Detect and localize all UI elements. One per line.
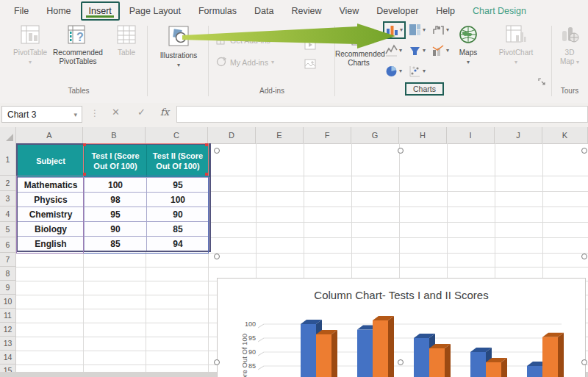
pivotchart-button[interactable]: PivotChart ▾ [485, 25, 547, 67]
row-header-2[interactable]: 2 [0, 176, 16, 191]
table-cell[interactable]: 95 [85, 207, 147, 221]
column-header-J[interactable]: J [495, 127, 542, 143]
insert-column-chart-caret-icon[interactable]: ▾ [400, 27, 403, 33]
insert-hierarchy-chart-caret-icon[interactable]: ▾ [423, 27, 426, 33]
table-cell[interactable]: 94 [147, 236, 209, 251]
get-addins-button[interactable]: Get Add-ins [216, 34, 270, 46]
worksheet[interactable]: ABCDEFGHIJK 123456789101112131415 Subjec… [0, 127, 588, 377]
table-cell[interactable]: Biology [18, 221, 85, 236]
column-header-C[interactable]: C [146, 127, 208, 143]
row-header-8[interactable]: 8 [0, 267, 16, 281]
row-header-9[interactable]: 9 [0, 281, 16, 295]
column-header-G[interactable]: G [351, 127, 399, 143]
table-cell[interactable]: Physics [18, 192, 85, 207]
tab-page-layout[interactable]: Page Layout [121, 1, 189, 21]
insert-line-chart-caret-icon[interactable]: ▾ [399, 48, 402, 54]
table-header-cell[interactable]: Test II (Score Out Of 100) [147, 145, 209, 177]
tab-formulas[interactable]: Formulas [190, 1, 245, 21]
tab-insert[interactable]: Insert [81, 1, 120, 21]
table-cell[interactable]: 100 [147, 192, 209, 207]
tab-review[interactable]: Review [283, 1, 329, 21]
table-cell[interactable]: 95 [147, 177, 209, 192]
row-header-11[interactable]: 11 [0, 309, 16, 323]
table-cell[interactable]: 85 [85, 236, 147, 251]
cancel-icon[interactable]: ✕ [112, 107, 120, 118]
insert-hierarchy-chart-button[interactable]: ▾ [409, 24, 426, 37]
chart-resize-handle[interactable] [398, 359, 404, 365]
maps-button[interactable]: Maps ▾ [453, 25, 484, 67]
table-cell[interactable]: Chemistry [18, 207, 85, 221]
row-header-3[interactable]: 3 [0, 191, 16, 207]
insert-line-chart-button[interactable]: ▾ [385, 44, 402, 57]
tab-data[interactable]: Data [246, 1, 282, 21]
row-header-4[interactable]: 4 [0, 207, 16, 222]
table-cell[interactable]: English [18, 236, 85, 251]
select-all-corner[interactable] [0, 127, 16, 143]
insert-funnel-chart-caret-icon[interactable]: ▾ [423, 48, 426, 54]
chart-resize-handle[interactable] [581, 148, 587, 154]
column-header-I[interactable]: I [447, 127, 495, 143]
my-addins-button[interactable]: My Add-ins ▾ [216, 56, 274, 68]
row-header-14[interactable]: 14 [0, 351, 16, 365]
name-box[interactable]: Chart 3 ▾ [1, 106, 82, 123]
tab-view[interactable]: View [331, 1, 367, 21]
tab-home[interactable]: Home [38, 1, 79, 21]
formula-input[interactable] [176, 106, 588, 123]
table-cell[interactable]: 90 [85, 221, 147, 236]
insert-waterfall-chart-button[interactable]: ▾ [432, 24, 449, 37]
row-header-13[interactable]: 13 [0, 337, 16, 351]
pivottable-button[interactable]: PivotTable ▾ [13, 25, 47, 67]
table-cell[interactable]: 100 [85, 177, 147, 192]
table-header-cell[interactable]: Test I (Score Out Of 100) [85, 145, 147, 177]
row-header-10[interactable]: 10 [0, 295, 16, 309]
column-header-A[interactable]: A [16, 127, 83, 143]
tab-help[interactable]: Help [428, 1, 463, 21]
chart-resize-handle[interactable] [581, 359, 587, 365]
row-header-6[interactable]: 6 [0, 237, 16, 253]
insert-combo-chart-caret-icon[interactable]: ▾ [446, 48, 449, 54]
row-header-7[interactable]: 7 [0, 253, 16, 267]
tab-file[interactable]: File [6, 1, 37, 21]
table-button[interactable]: Table [109, 25, 144, 57]
table-cell[interactable]: 90 [147, 207, 209, 221]
column-header-E[interactable]: E [256, 127, 304, 143]
insert-waterfall-chart-caret-icon[interactable]: ▾ [446, 27, 449, 33]
column-header-D[interactable]: D [208, 127, 256, 143]
column-header-H[interactable]: H [399, 127, 447, 143]
addin-image-button[interactable] [304, 59, 316, 69]
illustrations-button[interactable]: Illustrations ▾ [151, 25, 206, 70]
insert-combo-chart-button[interactable]: ▾ [432, 44, 449, 57]
recommended-pivottables-button[interactable]: ? Recommended PivotTables [47, 25, 109, 67]
tab-developer[interactable]: Developer [368, 1, 426, 21]
table-cell[interactable]: 85 [147, 221, 209, 236]
row-header-12[interactable]: 12 [0, 323, 16, 337]
table-cell[interactable]: 98 [85, 192, 147, 207]
row-header-5[interactable]: 5 [0, 222, 16, 237]
insert-scatter-chart-button[interactable]: ▾ [409, 65, 426, 78]
chart-resize-handle[interactable] [581, 254, 587, 259]
charts-dialog-launcher-icon[interactable] [538, 78, 546, 87]
recommended-charts-button[interactable]: Recommended Charts [335, 32, 382, 68]
chart-resize-handle[interactable] [398, 148, 404, 154]
column-header-K[interactable]: K [542, 127, 588, 143]
data-table[interactable]: SubjectTest I (Score Out Of 100)Test II … [16, 143, 211, 252]
chart-resize-handle[interactable] [214, 359, 220, 365]
chart-resize-handle[interactable] [214, 148, 220, 154]
3d-map-button[interactable]: 3D Map ▾ [553, 25, 587, 67]
insert-scatter-chart-caret-icon[interactable]: ▾ [423, 68, 426, 74]
row-header-1[interactable]: 1 [0, 143, 16, 176]
name-box-dropdown-icon[interactable]: ▾ [74, 111, 77, 118]
addin-media-button[interactable] [304, 40, 316, 50]
enter-icon[interactable]: ✓ [137, 107, 146, 118]
insert-pie-chart-caret-icon[interactable]: ▾ [399, 68, 402, 74]
table-header-cell[interactable]: Subject [18, 145, 85, 177]
insert-column-chart-button[interactable]: ▾ [383, 21, 406, 39]
chart-resize-handle[interactable] [214, 254, 220, 259]
insert-pie-chart-button[interactable]: ▾ [385, 65, 402, 78]
tab-chart-design[interactable]: Chart Design [465, 1, 534, 21]
column-header-B[interactable]: B [83, 127, 146, 143]
column-header-F[interactable]: F [304, 127, 351, 143]
insert-funnel-chart-button[interactable]: ▾ [409, 44, 426, 57]
table-cell[interactable]: Mathematics [18, 177, 85, 192]
insert-function-icon[interactable]: fx [160, 107, 169, 118]
